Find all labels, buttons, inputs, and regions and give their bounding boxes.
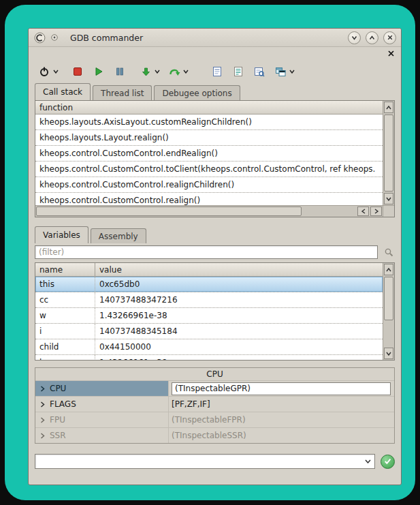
sticky-icon[interactable] [48,31,61,44]
titlebar[interactable]: GDB commander [29,29,401,47]
variable-name: cc [35,292,95,307]
tab-thread-list[interactable]: Thread list [93,85,152,100]
watch-icon [254,66,265,77]
variable-row[interactable]: child 0x44150000 [35,339,383,355]
run-icon [94,67,103,76]
gdb-command-combobox[interactable] [35,454,375,469]
cpu-register-group[interactable]: FPU [35,412,169,427]
power-button[interactable] [37,63,52,80]
tab-assembly[interactable]: Assembly [91,228,146,243]
panel-splitter[interactable] [29,217,401,227]
send-command-button[interactable] [381,455,395,469]
tab-call-stack[interactable]: Call stack [35,83,91,100]
callstack-vertical-scrollbar[interactable] [383,101,394,205]
close-button[interactable] [383,31,396,44]
filter-input[interactable] [35,245,378,259]
tab-debugee-options[interactable]: Debugee options [154,85,240,100]
tab-variables[interactable]: Variables [35,226,88,243]
scroll-down-icon[interactable] [384,348,393,359]
variables-tabs: Variables Assembly [29,227,401,243]
column-header-value[interactable]: value [95,265,383,275]
variable-row[interactable]: b 1.43266961e-38 [35,355,383,360]
cpu-register-group[interactable]: SSR [35,428,169,443]
scrollbar-thumb[interactable] [36,206,302,216]
variable-row[interactable]: w 1.43266961e-38 [35,308,383,324]
scroll-down-icon[interactable] [384,193,393,204]
scroll-right-icon[interactable] [370,206,382,216]
callstack-row[interactable]: kheops.control.CustomControl.endRealign(… [35,146,383,162]
check-icon [384,458,391,465]
gdb-command-input[interactable] [35,455,361,468]
variable-row[interactable]: this 0xc65db0 [35,277,383,292]
variable-name: i [35,324,95,339]
scroll-up-icon[interactable] [384,102,393,113]
column-header-name[interactable]: name [35,263,95,276]
cpu-group-value: (TInspectableSSR) [172,431,246,440]
callstack-row[interactable]: kheops.control.CustomControl.toClient(kh… [35,162,383,177]
log-doc-icon [233,66,243,77]
run-button[interactable] [91,63,106,80]
scrollbar-thumb[interactable] [384,114,393,192]
scroll-left-icon[interactable] [357,206,369,216]
cpu-groupbox: CPU CPU (TInspectableGPR) FLAGS [35,367,395,444]
maximize-button[interactable] [366,31,378,44]
variables-vertical-scrollbar[interactable] [383,263,394,360]
power-dropdown-icon[interactable] [52,63,59,80]
callstack-row[interactable]: kheops.control.CustomControl.realign() [35,193,383,205]
filter-row [35,244,395,260]
cpu-row[interactable]: FLAGS [PF,ZF,IF] [35,396,394,412]
windows-icon [275,67,286,77]
callstack-row[interactable]: kheops.layouts.Layout.realign() [35,130,383,146]
pause-button[interactable] [112,63,127,80]
message-log-button[interactable] [231,63,246,80]
app-icon[interactable] [33,31,46,44]
watch-window-button[interactable] [252,63,267,80]
variable-row[interactable]: cc 140737488347216 [35,292,383,308]
variable-name: w [35,308,95,323]
expand-icon[interactable] [39,433,46,439]
combobox-dropdown-icon[interactable] [361,455,374,468]
debug-windows-dropdown-icon[interactable] [288,63,295,80]
callstack-panel: function kheops.layouts.AxisLayout.custo… [35,100,395,217]
cpu-row[interactable]: SSR (TInspectableSSR) [35,427,394,443]
step-into-icon [141,67,151,77]
callstack-row[interactable]: kheops.control.CustomControl.realignChil… [35,177,383,193]
shade-button[interactable] [348,31,361,44]
callstack-column-header[interactable]: function [35,101,383,114]
top-tabs: Call stack Thread list Debugee options [29,84,401,100]
step-into-dropdown-icon[interactable] [153,63,161,80]
dock-close-icon[interactable] [387,49,395,57]
filter-search-icon[interactable] [383,246,395,258]
cpu-value-editor[interactable]: (TInspectableGPR) [172,382,391,395]
variable-value: 140737488345184 [95,324,383,339]
pause-icon [115,67,125,76]
variable-value: 0xc65db0 [95,277,383,292]
gdb-commander-window: GDB commander [28,28,402,485]
variable-value: 1.43266961e-38 [95,355,383,360]
step-into-button[interactable] [138,63,153,80]
stop-icon [73,67,82,76]
cpu-register-group[interactable]: CPU [35,381,169,396]
variable-name: this [35,277,95,292]
cpu-row[interactable]: CPU (TInspectableGPR) [35,380,394,396]
step-over-dropdown-icon[interactable] [182,63,189,80]
variables-panel: name value this 0xc65db0 cc 140737488347… [35,262,395,361]
open-source-button[interactable] [210,63,225,80]
variable-value: 0x44150000 [95,339,383,354]
cpu-register-group[interactable]: FLAGS [35,397,169,412]
debug-windows-button[interactable] [273,63,288,80]
variables-header: name value [35,263,383,277]
scrollbar-thumb[interactable] [384,277,393,320]
cpu-row[interactable]: FPU (TInspectableFPR) [35,412,394,427]
scroll-up-icon[interactable] [384,264,393,275]
scrollbar-corner [383,205,394,217]
callstack-row[interactable]: kheops.layouts.AxisLayout.customRealignC… [35,114,383,130]
stop-button[interactable] [70,63,85,80]
expand-icon[interactable] [39,401,46,408]
callstack-horizontal-scrollbar[interactable] [35,205,383,217]
step-over-button[interactable] [167,63,182,80]
expand-icon[interactable] [39,386,46,392]
expand-icon[interactable] [39,417,46,423]
variable-row[interactable]: i 140737488345184 [35,324,383,339]
callstack-list: function kheops.layouts.AxisLayout.custo… [35,101,383,205]
